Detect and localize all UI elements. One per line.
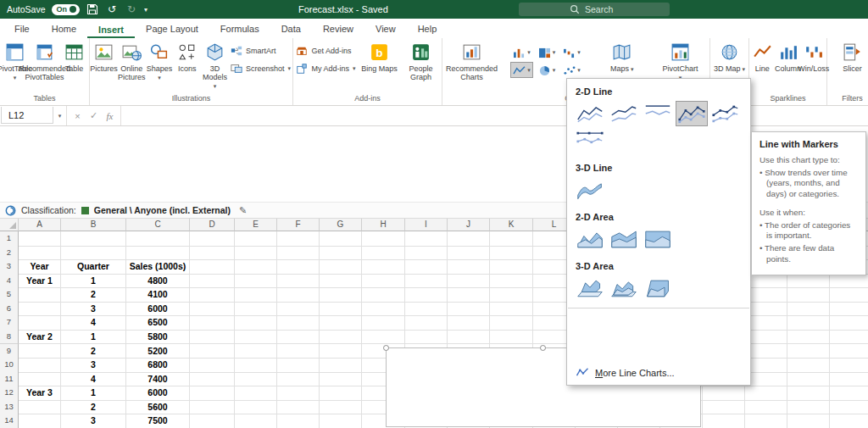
column-button[interactable]: Column [775,40,800,75]
cell-K5[interactable] [490,287,533,303]
row-header-8[interactable]: 8 [0,330,19,345]
cell-K7[interactable] [490,315,533,331]
col-header-C[interactable]: C [126,219,190,231]
cell-A7[interactable] [19,315,61,331]
cell-C10[interactable]: 6800 [126,358,190,373]
chart-type-line-icon[interactable] [574,101,606,126]
cell-B3[interactable]: Quarter [61,259,126,275]
cell-G3[interactable] [320,259,362,275]
cell-G9[interactable] [320,344,362,359]
cell-I5[interactable] [405,287,448,303]
cell-B9[interactable]: 2 [61,344,126,359]
cell-F12[interactable] [277,386,320,401]
cell-S13[interactable] [830,400,868,415]
col-header-I[interactable]: I [405,219,448,231]
cell-S4[interactable] [830,274,868,289]
cell-A5[interactable] [19,287,61,303]
smartart-button[interactable]: SmartArt [231,45,291,57]
more-line-charts-button[interactable]: More Line Charts... [567,362,750,385]
cell-F4[interactable] [277,274,320,289]
cell-E14[interactable] [235,414,277,428]
col-header-J[interactable]: J [448,219,490,231]
cell-B13[interactable]: 2 [61,400,126,415]
cell-C9[interactable]: 5200 [126,344,190,359]
row-header-4[interactable]: 4 [0,274,19,289]
cell-S5[interactable] [830,287,868,303]
cell-C14[interactable]: 7500 [126,414,190,428]
cell-S6[interactable] [830,302,868,317]
cell-P13[interactable] [703,400,745,415]
col-header-A[interactable]: A [19,219,61,231]
cell-R14[interactable] [787,414,830,428]
cell-H6[interactable] [362,302,405,317]
row-header-14[interactable]: 14 [0,414,19,428]
cell-Q5[interactable] [745,287,787,303]
bing-maps-button[interactable]: bBing Maps [360,40,399,75]
tab-file[interactable]: File [3,20,41,38]
cell-E13[interactable] [235,400,277,415]
cell-A12[interactable]: Year 3 [19,386,61,401]
cell-G7[interactable] [320,315,362,331]
tab-view[interactable]: View [364,20,407,38]
cell-I2[interactable] [405,246,448,261]
cell-J3[interactable] [448,259,490,275]
tab-page-layout[interactable]: Page Layout [135,20,209,38]
row-header-6[interactable]: 6 [0,302,19,317]
cell-K8[interactable] [490,330,533,345]
cell-I6[interactable] [405,302,448,317]
tab-data[interactable]: Data [270,20,312,38]
cell-E1[interactable] [235,231,277,247]
row-header-13[interactable]: 13 [0,400,19,415]
cell-D10[interactable] [190,358,235,373]
cell-A10[interactable] [19,358,61,373]
cell-E12[interactable] [235,386,277,401]
edit-classification-icon[interactable]: ✎ [239,205,247,216]
redo-icon[interactable]: ↻ [125,3,138,16]
cell-E6[interactable] [235,302,277,317]
col-header-K[interactable]: K [490,219,533,231]
cell-F9[interactable] [277,344,320,359]
tab-formulas[interactable]: Formulas [209,20,270,38]
cell-H3[interactable] [362,259,405,275]
tab-review[interactable]: Review [312,20,364,38]
formula-input[interactable] [120,106,868,125]
cell-Q12[interactable] [745,386,787,401]
cell-K2[interactable] [490,246,533,261]
cell-I4[interactable] [405,274,448,289]
save-icon[interactable] [86,3,99,16]
cell-H2[interactable] [362,246,405,261]
cell-D2[interactable] [190,246,235,261]
cell-E10[interactable] [235,358,277,373]
cell-G14[interactable] [320,414,362,428]
cell-H1[interactable] [362,231,405,247]
chart-type-hundred-stacked-area-icon[interactable] [642,226,674,252]
col-header-E[interactable]: E [235,219,277,231]
cell-D11[interactable] [190,372,235,387]
cell-B1[interactable] [61,231,126,247]
chart-type-stacked-area-icon[interactable] [608,226,640,252]
cell-E3[interactable] [235,259,277,275]
cell-D13[interactable] [190,400,235,415]
cell-D6[interactable] [190,302,235,317]
cell-A2[interactable] [19,246,61,261]
cell-E4[interactable] [235,274,277,289]
chart-type-stacked-line-icon[interactable] [608,101,640,126]
search-box[interactable]: Search [519,3,670,16]
chart-type-hundred-stacked-area-3d-icon[interactable] [642,275,674,301]
cell-Q8[interactable] [745,330,787,345]
cell-F1[interactable] [277,231,320,247]
chart-type-area-icon[interactable] [574,226,606,252]
cell-S14[interactable] [830,414,868,428]
cell-G6[interactable] [320,302,362,317]
insert-column-chart-button[interactable]: ▾ [510,44,533,60]
cell-B4[interactable]: 1 [61,274,126,289]
cell-G11[interactable] [320,372,362,387]
cell-R9[interactable] [787,344,830,359]
cell-I1[interactable] [405,231,448,247]
cell-I3[interactable] [405,259,448,275]
col-header-B[interactable]: B [61,219,126,231]
cell-S10[interactable] [830,358,868,373]
col-header-F[interactable]: F [277,219,320,231]
cell-A13[interactable] [19,400,61,415]
cell-D7[interactable] [190,315,235,331]
